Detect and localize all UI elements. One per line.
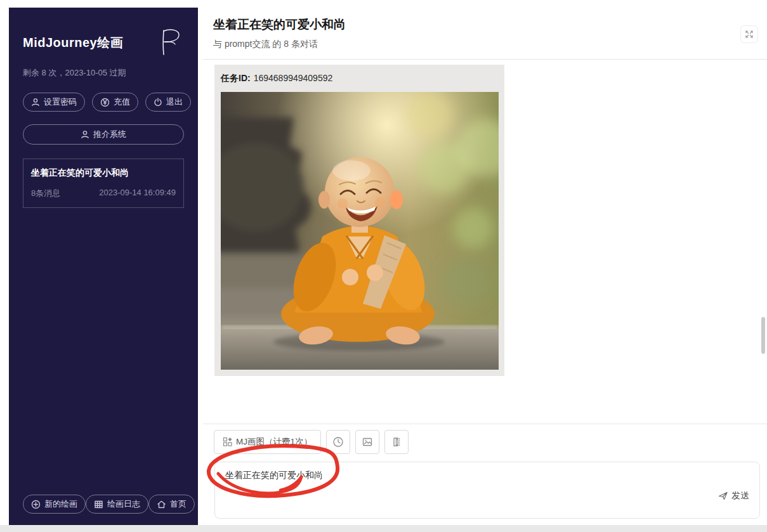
conversation-title: 坐着正在笑的可爱小和尚: [31, 167, 176, 179]
drawing-log-label: 绘画日志: [107, 498, 140, 510]
fullscreen-button[interactable]: [740, 25, 758, 43]
power-icon: [154, 98, 162, 107]
page-bottom-strip: [0, 525, 767, 532]
new-drawing-button[interactable]: 新的绘画: [23, 495, 86, 514]
expand-arrows-icon: [745, 30, 754, 39]
task-id-row: 任务ID:1694689949409592: [221, 73, 498, 84]
conversation-meta: 8条消息 2023-09-14 16:09:49: [31, 188, 176, 199]
sidebar-actions: 设置密码 充值 退出: [23, 93, 184, 112]
drawing-log-button[interactable]: 绘画日志: [86, 495, 148, 514]
referral-system-label: 推介系统: [93, 129, 126, 140]
set-password-button[interactable]: 设置密码: [23, 93, 85, 112]
sidebar-header: MidJourney绘画: [23, 25, 184, 58]
prompt-input-card: 坐着正在笑的可爱小和尚 发送: [214, 462, 760, 519]
recharge-label: 充值: [114, 96, 130, 108]
user-icon: [31, 98, 40, 107]
chat-title: 坐着正在笑的可爱小和尚: [213, 16, 757, 33]
sidebar: MidJourney绘画 剩余 8 次，2023-10-05 过期 设置密码 充…: [9, 8, 198, 525]
referral-system-button[interactable]: 推介系统: [23, 124, 184, 145]
grid-table-icon: [94, 500, 103, 509]
scan-doc-icon: [391, 436, 402, 448]
main-panel: 坐着正在笑的可爱小和尚 与 prompt交流 的 8 条对话 任务ID:1694…: [203, 0, 767, 532]
yen-coin-icon: [100, 98, 110, 107]
plus-circle-icon: [31, 500, 41, 509]
brand-p-logo-icon: [156, 25, 184, 58]
recharge-button[interactable]: 充值: [92, 93, 138, 112]
apps-grid-icon: [223, 437, 233, 447]
message-card: 任务ID:1694689949409592: [214, 65, 504, 376]
app-title: MidJourney绘画: [23, 25, 123, 51]
task-id-label: 任务ID:: [221, 73, 251, 83]
chat-subtitle: 与 prompt交流 的 8 条对话: [213, 39, 757, 50]
conversation-list-item[interactable]: 坐着正在笑的可爱小和尚 8条消息 2023-09-14 16:09:49: [23, 159, 184, 208]
paper-plane-icon: [718, 491, 728, 501]
app-window: MidJourney绘画 剩余 8 次，2023-10-05 过期 设置密码 充…: [0, 0, 767, 532]
image-icon: [362, 436, 373, 448]
conversation-count: 8条消息: [31, 188, 60, 199]
generated-monk-image[interactable]: [221, 92, 499, 370]
new-drawing-label: 新的绘画: [44, 498, 77, 510]
scan-doc-button[interactable]: [384, 430, 409, 454]
home-label: 首页: [170, 498, 187, 510]
user-icon: [81, 130, 89, 139]
conversation-time: 2023-09-14 16:09:49: [99, 188, 176, 199]
chat-scrollbar[interactable]: [761, 317, 765, 354]
history-clock-icon: [332, 436, 344, 448]
chat-scroll-area[interactable]: 任务ID:1694689949409592: [203, 60, 767, 424]
sidebar-footer: 新的绘画 绘画日志 首页: [23, 495, 184, 514]
logout-label: 退出: [166, 96, 183, 108]
set-password-label: 设置密码: [44, 96, 77, 108]
quota-text: 剩余 8 次，2023-10-05 过期: [23, 67, 184, 79]
send-button[interactable]: 发送: [718, 490, 749, 502]
task-id-value: 1694689949409592: [254, 73, 333, 83]
home-icon: [157, 500, 166, 509]
mj-draw-label: MJ画图（计费1次）: [236, 436, 312, 448]
chat-header: 坐着正在笑的可爱小和尚 与 prompt交流 的 8 条对话: [203, 0, 767, 50]
home-button[interactable]: 首页: [148, 495, 195, 514]
mj-draw-button[interactable]: MJ画图（计费1次）: [214, 430, 321, 454]
logout-button[interactable]: 退出: [145, 93, 191, 112]
upload-image-button[interactable]: [355, 430, 379, 454]
composer-toolbar: MJ画图（计费1次）: [214, 430, 409, 454]
composer-divider: [203, 424, 767, 424]
history-button[interactable]: [326, 430, 350, 454]
send-label: 发送: [731, 490, 749, 502]
prompt-input[interactable]: 坐着正在笑的可爱小和尚: [225, 469, 683, 483]
